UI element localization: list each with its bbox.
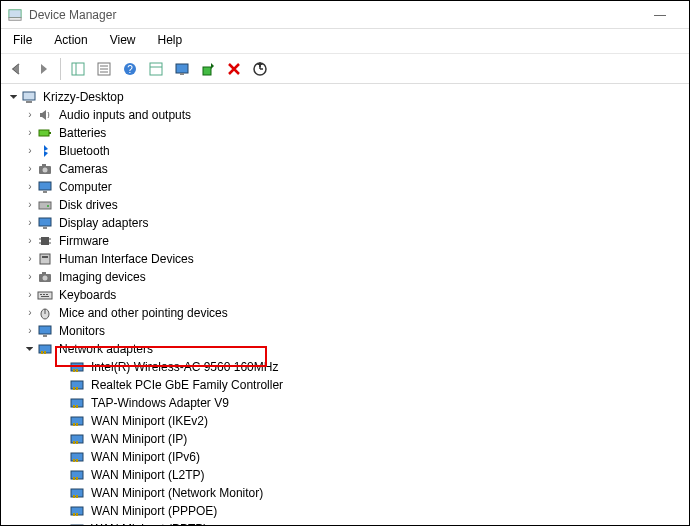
tree-device[interactable]: WAN Miniport (IPv6) — [5, 448, 689, 466]
tree-device[interactable]: WAN Miniport (L2TP) — [5, 466, 689, 484]
add-hardware-button[interactable] — [196, 57, 220, 81]
disk-icon — [37, 197, 53, 213]
tree-category[interactable]: ›Monitors — [5, 322, 689, 340]
keyboard-icon — [37, 287, 53, 303]
tree-device[interactable]: Realtek PCIe GbE Family Controller — [5, 376, 689, 394]
tree-category-label: Human Interface Devices — [57, 250, 196, 268]
tree-device[interactable]: WAN Miniport (IKEv2) — [5, 412, 689, 430]
tree-category[interactable]: ›Human Interface Devices — [5, 250, 689, 268]
tree-category-label: Display adapters — [57, 214, 150, 232]
tree-device[interactable]: WAN Miniport (Network Monitor) — [5, 484, 689, 502]
netcard-icon — [69, 359, 85, 375]
tree-category[interactable]: ›Imaging devices — [5, 268, 689, 286]
tree-category[interactable]: ›Display adapters — [5, 214, 689, 232]
chevron-right-icon[interactable]: › — [23, 160, 37, 178]
chevron-right-icon[interactable]: › — [23, 106, 37, 124]
chevron-right-icon[interactable]: › — [23, 142, 37, 160]
svg-rect-38 — [42, 272, 46, 274]
tree-category[interactable]: ›Mice and other pointing devices — [5, 304, 689, 322]
chevron-right-icon[interactable]: › — [23, 250, 37, 268]
scan-hardware-button[interactable] — [170, 57, 194, 81]
svg-rect-73 — [73, 495, 75, 498]
tree-root[interactable]: ⏷ Krizzy-Desktop — [5, 88, 689, 106]
svg-rect-41 — [43, 294, 45, 295]
netcard-icon — [69, 413, 85, 429]
properties-button[interactable] — [92, 57, 116, 81]
svg-rect-46 — [39, 326, 51, 334]
tree-category[interactable]: ›Disk drives — [5, 196, 689, 214]
tree-category[interactable]: ›Computer — [5, 178, 689, 196]
show-hide-console-tree-button[interactable] — [66, 57, 90, 81]
chevron-right-icon[interactable]: › — [23, 286, 37, 304]
svg-rect-25 — [39, 202, 51, 209]
chevron-right-icon[interactable]: › — [23, 322, 37, 340]
svg-rect-13 — [180, 73, 184, 75]
chevron-right-icon[interactable]: › — [23, 304, 37, 322]
svg-rect-22 — [42, 164, 46, 166]
chevron-right-icon[interactable]: › — [23, 232, 37, 250]
svg-rect-55 — [73, 387, 75, 390]
tree-category[interactable]: ›Bluetooth — [5, 142, 689, 160]
svg-rect-12 — [176, 64, 188, 73]
netcard-icon — [69, 377, 85, 393]
svg-rect-0 — [9, 9, 21, 17]
chevron-right-icon[interactable]: › — [23, 214, 37, 232]
camera-icon — [37, 269, 53, 285]
chevron-down-icon[interactable]: ⏷ — [23, 340, 37, 358]
help-button[interactable]: ? — [118, 57, 142, 81]
svg-rect-70 — [73, 477, 75, 480]
tree-category-label: Audio inputs and outputs — [57, 106, 193, 124]
back-button[interactable] — [5, 57, 29, 81]
chevron-right-icon[interactable]: › — [23, 196, 37, 214]
menu-file[interactable]: File — [9, 31, 36, 49]
chevron-right-icon[interactable]: › — [23, 268, 37, 286]
tree-category[interactable]: ›Audio inputs and outputs — [5, 106, 689, 124]
svg-rect-39 — [38, 292, 52, 299]
chevron-down-icon[interactable]: ⏷ — [7, 88, 21, 106]
svg-rect-77 — [76, 513, 78, 516]
svg-rect-62 — [76, 423, 78, 426]
menu-help[interactable]: Help — [154, 31, 187, 49]
chip-icon — [37, 233, 53, 249]
svg-rect-47 — [43, 335, 47, 337]
svg-rect-59 — [76, 405, 78, 408]
show-hidden-devices-button[interactable] — [144, 57, 168, 81]
hid-icon — [37, 251, 53, 267]
uninstall-button[interactable] — [222, 57, 246, 81]
tree-category-label: Batteries — [57, 124, 108, 142]
svg-rect-42 — [46, 294, 48, 295]
tree-device[interactable]: WAN Miniport (IP) — [5, 430, 689, 448]
tree-category[interactable]: ›Cameras — [5, 160, 689, 178]
tree-category[interactable]: ›Keyboards — [5, 286, 689, 304]
svg-rect-17 — [26, 101, 32, 103]
toolbar-separator — [60, 58, 61, 80]
tree-category-label: Keyboards — [57, 286, 118, 304]
app-icon — [7, 7, 23, 23]
menu-action[interactable]: Action — [50, 31, 91, 49]
tree-category-label: Firmware — [57, 232, 111, 250]
tree-device-label: WAN Miniport (L2TP) — [89, 466, 207, 484]
tree-category[interactable]: ›Firmware — [5, 232, 689, 250]
tree-category-label: Imaging devices — [57, 268, 148, 286]
tree-device[interactable]: Intel(R) Wireless-AC 9560 160MHz — [5, 358, 689, 376]
menu-view[interactable]: View — [106, 31, 140, 49]
svg-rect-2 — [72, 63, 84, 75]
tree-device[interactable]: TAP-Windows Adapter V9 — [5, 394, 689, 412]
svg-rect-19 — [49, 132, 51, 134]
forward-button[interactable] — [31, 57, 55, 81]
svg-rect-24 — [43, 191, 47, 193]
tree-category[interactable]: ›Batteries — [5, 124, 689, 142]
svg-rect-18 — [39, 130, 49, 136]
tree-device[interactable]: WAN Miniport (PPPOE) — [5, 502, 689, 520]
chevron-right-icon[interactable]: › — [23, 178, 37, 196]
device-tree[interactable]: ⏷ Krizzy-Desktop ›Audio inputs and outpu… — [1, 84, 689, 526]
minimize-button[interactable]: — — [637, 1, 683, 29]
chevron-right-icon[interactable]: › — [23, 124, 37, 142]
svg-rect-43 — [41, 296, 49, 297]
netcard-icon — [69, 431, 85, 447]
update-driver-button[interactable] — [248, 57, 272, 81]
tree-category[interactable]: ⏷Network adapters — [5, 340, 689, 358]
tree-device[interactable]: WAN Miniport (PPTP) — [5, 520, 689, 526]
svg-point-26 — [47, 205, 49, 207]
window-title: Device Manager — [29, 8, 637, 22]
